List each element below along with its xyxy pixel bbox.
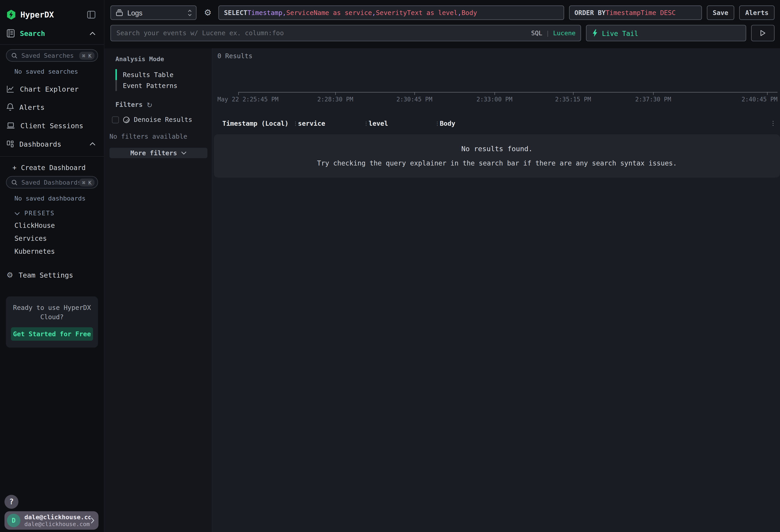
presets-toggle[interactable]: PRESETS [14, 210, 104, 217]
avatar: D [7, 514, 20, 527]
axis-tick [238, 92, 239, 95]
search-icon [11, 179, 17, 185]
denoise-results-toggle[interactable]: Denoise Results [112, 116, 207, 124]
sql-comma: , [283, 9, 286, 16]
run-query-button[interactable] [751, 25, 775, 41]
axis-tick-label: 2:35:15 PM [555, 96, 591, 103]
live-tail-button[interactable]: Live Tail [586, 25, 746, 41]
axis-tick [414, 92, 415, 95]
sql-field: Body [461, 9, 477, 16]
team-settings-label: Team Settings [19, 271, 73, 279]
source-select-value: Logs [127, 9, 188, 16]
analysis-mode-heading: Analysis Mode [115, 55, 208, 63]
get-started-button[interactable]: Get Started for Free [11, 327, 93, 341]
column-header-timestamp[interactable]: Timestamp (Local) [223, 119, 293, 127]
alerts-button[interactable]: Alerts [739, 5, 775, 20]
cmd-k-shortcut: ⌘ K [79, 178, 95, 186]
tab-indicator [115, 80, 117, 91]
chevron-down-icon [14, 212, 20, 215]
select-updown-icon [188, 9, 192, 16]
sql-comma: , [372, 9, 376, 16]
presets-label: PRESETS [24, 210, 55, 217]
histogram-time-axis: May 22 2:25:45 PM 2:28:30 PM 2:30:45 PM … [217, 92, 778, 107]
sidebar-item-search[interactable]: Search [0, 22, 104, 44]
preset-item-clickhouse[interactable]: ClickHouse [14, 221, 104, 230]
chevron-up-icon[interactable] [90, 32, 96, 35]
sql-comma: , [457, 9, 461, 16]
preset-item-kubernetes[interactable]: Kubernetes [14, 247, 104, 255]
sidebar-item-team-settings[interactable]: ⚙ Team Settings [0, 267, 104, 284]
event-search: SQL | Lucene [110, 25, 581, 41]
laptop-icon [6, 122, 15, 129]
user-menu[interactable]: D dale@clickhouse.com dale@clickhouse.co… [5, 511, 98, 530]
tab-results-table[interactable]: Results Table [115, 69, 208, 80]
sidebar-item-search-label: Search [20, 29, 90, 37]
source-settings-gear-icon[interactable]: ⚙ [204, 8, 211, 17]
tab-event-patterns[interactable]: Event Patterns [115, 80, 208, 91]
column-resize-handle[interactable]: ⋮ [293, 120, 298, 126]
search-icon [11, 52, 17, 58]
results-count: 0 Results [217, 52, 252, 60]
cmd-k-shortcut: ⌘ K [79, 51, 95, 59]
denoise-label: Denoise Results [134, 116, 192, 124]
saved-searches-input[interactable] [21, 52, 79, 59]
denoise-checkbox[interactable] [112, 116, 119, 123]
chart-line-icon [6, 85, 14, 93]
select-expression-input[interactable]: SELECT Timestamp, ServiceName as service… [218, 5, 564, 20]
hyperdx-app: HyperDX Search [0, 0, 780, 532]
column-header-body[interactable]: Body [440, 119, 780, 127]
results-area: 0 Results May 22 2:25:45 PM 2:28:30 PM 2… [212, 48, 780, 532]
axis-line [238, 92, 778, 93]
create-dashboard-label: Create Dashboard [21, 164, 86, 172]
search-row: SQL | Lucene Live Tail [110, 25, 775, 41]
gear-icon: ⚙ [6, 271, 13, 279]
help-button[interactable]: ? [5, 495, 18, 509]
table-options-kebab-icon[interactable]: ⋮ [770, 118, 776, 129]
plus-icon: + [12, 164, 16, 172]
lightning-icon [592, 29, 597, 37]
sql-field: Timestamp [247, 9, 283, 16]
language-lucene-option[interactable]: Lucene [553, 29, 576, 37]
logo-row: HyperDX [0, 0, 104, 22]
axis-tick-label: 2:37:30 PM [635, 96, 671, 103]
column-resize-handle[interactable]: ⋮ [435, 120, 440, 126]
saved-dashboards-input[interactable] [21, 179, 79, 186]
preset-item-services[interactable]: Services [14, 234, 104, 243]
saved-searches-search[interactable]: ⌘ K [6, 49, 98, 62]
chevron-down-icon [181, 151, 187, 155]
column-header-level[interactable]: level [369, 119, 435, 127]
sidebar-item-dashboards[interactable]: Dashboards [0, 135, 104, 153]
language-separator: | [546, 29, 549, 37]
live-tail-label: Live Tail [602, 29, 638, 37]
denoise-icon [123, 116, 130, 123]
chevron-up-icon[interactable] [90, 142, 96, 146]
order-by-input[interactable]: ORDER BY TimestampTime DESC [569, 5, 702, 20]
create-dashboard-button[interactable]: + Create Dashboard [12, 164, 104, 172]
event-search-input[interactable] [110, 25, 581, 41]
more-filters-button[interactable]: More filters [109, 148, 207, 158]
analysis-mode-tabs: Results Table Event Patterns [115, 69, 208, 91]
sidebar-item-client-sessions[interactable]: Client Sessions [0, 116, 104, 135]
sidebar-item-alerts[interactable]: Alerts [0, 98, 104, 116]
chevron-right-icon [91, 517, 95, 524]
active-tab-indicator [115, 69, 117, 80]
refresh-filters-icon[interactable]: ↻ [147, 101, 153, 108]
save-button[interactable]: Save [707, 5, 734, 20]
collapse-sidebar-icon[interactable] [87, 10, 96, 19]
sidebar-item-label: Alerts [19, 103, 96, 111]
no-results-subtitle: Try checking the query explainer in the … [214, 159, 780, 167]
filters-title: Filters [115, 101, 143, 108]
axis-tick-label: May 22 2:25:45 PM [217, 96, 279, 103]
bell-icon [6, 103, 14, 111]
column-resize-handle[interactable]: ⋮ [363, 120, 369, 126]
sql-keyword: SELECT [224, 9, 247, 16]
tab-label: Event Patterns [123, 82, 177, 89]
sql-keyword: ORDER BY [574, 9, 605, 16]
source-select[interactable]: Logs [110, 5, 196, 20]
saved-dashboards-search[interactable]: ⌘ K [6, 176, 98, 189]
no-saved-searches-text: No saved searches [14, 68, 104, 75]
column-header-service[interactable]: service [298, 119, 363, 127]
play-icon [760, 30, 766, 36]
sidebar-item-chart-explorer[interactable]: Chart Explorer [0, 80, 104, 98]
language-sql-option[interactable]: SQL [531, 29, 542, 37]
